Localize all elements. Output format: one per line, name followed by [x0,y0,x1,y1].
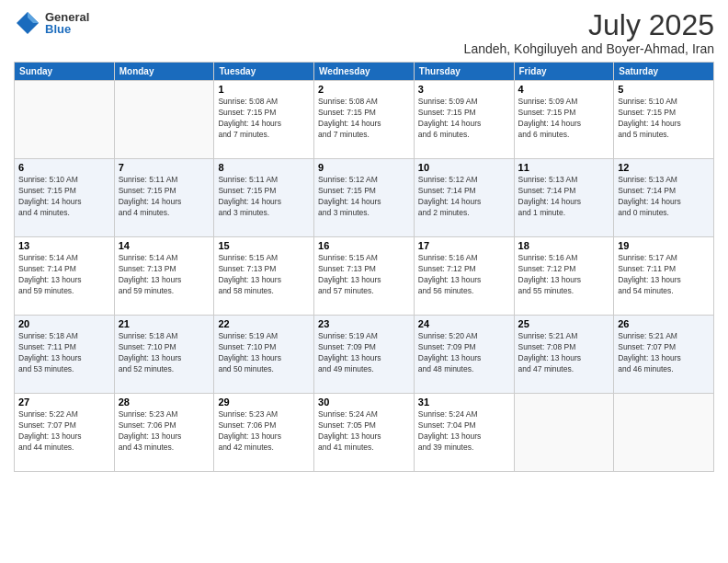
day-info: Sunrise: 5:20 AM Sunset: 7:09 PM Dayligh… [418,331,510,375]
day-number: 1 [218,84,310,95]
calendar-cell [114,81,214,159]
calendar-cell: 15Sunrise: 5:15 AM Sunset: 7:13 PM Dayli… [214,237,314,316]
day-number: 19 [618,240,710,251]
day-info: Sunrise: 5:10 AM Sunset: 7:15 PM Dayligh… [618,97,710,141]
calendar-cell: 13Sunrise: 5:14 AM Sunset: 7:14 PM Dayli… [15,237,115,316]
calendar-cell [614,394,714,472]
day-number: 18 [518,240,610,251]
calendar-cell: 14Sunrise: 5:14 AM Sunset: 7:13 PM Dayli… [114,237,214,316]
day-number: 5 [618,84,710,95]
calendar-cell: 26Sunrise: 5:21 AM Sunset: 7:07 PM Dayli… [614,316,714,394]
day-info: Sunrise: 5:24 AM Sunset: 7:04 PM Dayligh… [418,409,510,454]
calendar-cell [514,394,614,472]
day-info: Sunrise: 5:21 AM Sunset: 7:08 PM Dayligh… [518,331,610,375]
calendar-cell: 4Sunrise: 5:09 AM Sunset: 7:15 PM Daylig… [514,81,614,159]
day-info: Sunrise: 5:19 AM Sunset: 7:09 PM Dayligh… [318,331,410,375]
day-number: 22 [218,318,310,329]
day-info: Sunrise: 5:16 AM Sunset: 7:12 PM Dayligh… [518,253,610,297]
day-info: Sunrise: 5:10 AM Sunset: 7:15 PM Dayligh… [18,175,110,219]
day-info: Sunrise: 5:12 AM Sunset: 7:14 PM Dayligh… [418,175,510,219]
day-info: Sunrise: 5:19 AM Sunset: 7:10 PM Dayligh… [218,331,310,375]
calendar-cell: 5Sunrise: 5:10 AM Sunset: 7:15 PM Daylig… [614,81,714,159]
calendar-cell: 27Sunrise: 5:22 AM Sunset: 7:07 PM Dayli… [15,394,115,472]
calendar-cell: 31Sunrise: 5:24 AM Sunset: 7:04 PM Dayli… [414,394,514,472]
day-info: Sunrise: 5:09 AM Sunset: 7:15 PM Dayligh… [518,97,610,141]
calendar-cell: 23Sunrise: 5:19 AM Sunset: 7:09 PM Dayli… [314,316,415,394]
calendar-cell: 16Sunrise: 5:15 AM Sunset: 7:13 PM Dayli… [314,237,415,316]
col-tuesday: Tuesday [214,63,314,81]
calendar-cell: 8Sunrise: 5:11 AM Sunset: 7:15 PM Daylig… [214,159,314,237]
calendar-cell: 24Sunrise: 5:20 AM Sunset: 7:09 PM Dayli… [414,316,514,394]
calendar-cell: 9Sunrise: 5:12 AM Sunset: 7:15 PM Daylig… [314,159,415,237]
day-number: 25 [518,318,610,329]
day-number: 16 [318,240,410,251]
day-info: Sunrise: 5:11 AM Sunset: 7:15 PM Dayligh… [119,175,210,219]
calendar-cell: 6Sunrise: 5:10 AM Sunset: 7:15 PM Daylig… [15,159,115,237]
calendar-cell: 10Sunrise: 5:12 AM Sunset: 7:14 PM Dayli… [414,159,514,237]
day-info: Sunrise: 5:23 AM Sunset: 7:06 PM Dayligh… [119,409,210,454]
day-number: 20 [18,318,110,329]
day-number: 29 [218,396,310,408]
day-number: 12 [618,162,710,173]
day-info: Sunrise: 5:17 AM Sunset: 7:11 PM Dayligh… [618,253,710,297]
day-info: Sunrise: 5:14 AM Sunset: 7:13 PM Dayligh… [119,253,210,297]
col-thursday: Thursday [414,63,514,81]
day-number: 2 [318,84,410,95]
day-number: 9 [318,162,410,173]
day-number: 26 [618,318,710,329]
calendar-cell: 20Sunrise: 5:18 AM Sunset: 7:11 PM Dayli… [15,316,115,394]
calendar-cell: 12Sunrise: 5:13 AM Sunset: 7:14 PM Dayli… [614,159,714,237]
calendar-cell: 2Sunrise: 5:08 AM Sunset: 7:15 PM Daylig… [314,81,415,159]
day-info: Sunrise: 5:18 AM Sunset: 7:10 PM Dayligh… [119,331,210,375]
calendar-cell: 18Sunrise: 5:16 AM Sunset: 7:12 PM Dayli… [514,237,614,316]
day-info: Sunrise: 5:16 AM Sunset: 7:12 PM Dayligh… [418,253,510,297]
col-friday: Friday [514,63,614,81]
day-info: Sunrise: 5:22 AM Sunset: 7:07 PM Dayligh… [18,409,110,454]
header: General Blue July 2025 Landeh, Kohgiluye… [14,9,714,56]
calendar-cell: 17Sunrise: 5:16 AM Sunset: 7:12 PM Dayli… [414,237,514,316]
day-info: Sunrise: 5:13 AM Sunset: 7:14 PM Dayligh… [518,175,610,219]
day-number: 3 [418,84,510,95]
day-number: 23 [318,318,410,329]
calendar-cell: 22Sunrise: 5:19 AM Sunset: 7:10 PM Dayli… [214,316,314,394]
calendar-cell: 7Sunrise: 5:11 AM Sunset: 7:15 PM Daylig… [114,159,214,237]
day-info: Sunrise: 5:14 AM Sunset: 7:14 PM Dayligh… [18,253,110,297]
calendar-cell: 28Sunrise: 5:23 AM Sunset: 7:06 PM Dayli… [114,394,214,472]
day-number: 14 [119,240,210,251]
calendar-row-3: 20Sunrise: 5:18 AM Sunset: 7:11 PM Dayli… [15,316,714,394]
col-wednesday: Wednesday [314,63,415,81]
day-info: Sunrise: 5:24 AM Sunset: 7:05 PM Dayligh… [318,409,410,454]
day-info: Sunrise: 5:15 AM Sunset: 7:13 PM Dayligh… [318,253,410,297]
calendar-cell: 29Sunrise: 5:23 AM Sunset: 7:06 PM Dayli… [214,394,314,472]
day-number: 24 [418,318,510,329]
calendar-cell: 1Sunrise: 5:08 AM Sunset: 7:15 PM Daylig… [214,81,314,159]
logo-text: General Blue [45,11,89,35]
day-number: 7 [119,162,210,173]
calendar-header-row: Sunday Monday Tuesday Wednesday Thursday… [15,63,714,81]
day-number: 11 [518,162,610,173]
day-info: Sunrise: 5:23 AM Sunset: 7:06 PM Dayligh… [218,409,310,454]
day-number: 13 [18,240,110,251]
title-block: July 2025 Landeh, Kohgiluyeh and Boyer-A… [464,9,714,56]
calendar-cell: 3Sunrise: 5:09 AM Sunset: 7:15 PM Daylig… [414,81,514,159]
col-sunday: Sunday [15,63,115,81]
calendar-row-2: 13Sunrise: 5:14 AM Sunset: 7:14 PM Dayli… [15,237,714,316]
calendar-cell: 11Sunrise: 5:13 AM Sunset: 7:14 PM Dayli… [514,159,614,237]
logo: General Blue [14,9,89,37]
day-info: Sunrise: 5:13 AM Sunset: 7:14 PM Dayligh… [618,175,710,219]
day-number: 31 [418,396,510,408]
day-number: 10 [418,162,510,173]
logo-icon [14,9,41,37]
day-info: Sunrise: 5:21 AM Sunset: 7:07 PM Dayligh… [618,331,710,375]
calendar-row-4: 27Sunrise: 5:22 AM Sunset: 7:07 PM Dayli… [15,394,714,472]
day-number: 27 [18,396,110,408]
day-number: 4 [518,84,610,95]
day-number: 28 [119,396,210,408]
calendar-table: Sunday Monday Tuesday Wednesday Thursday… [14,62,714,472]
day-info: Sunrise: 5:08 AM Sunset: 7:15 PM Dayligh… [318,97,410,141]
day-number: 6 [18,162,110,173]
calendar-cell: 25Sunrise: 5:21 AM Sunset: 7:08 PM Dayli… [514,316,614,394]
day-info: Sunrise: 5:11 AM Sunset: 7:15 PM Dayligh… [218,175,310,219]
col-saturday: Saturday [614,63,714,81]
day-number: 30 [318,396,410,408]
